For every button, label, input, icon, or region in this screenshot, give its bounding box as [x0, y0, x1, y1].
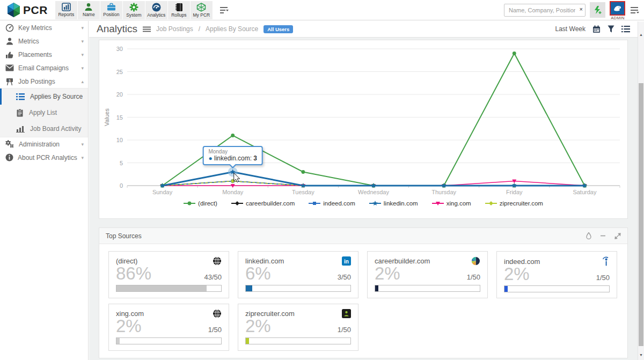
legend-item[interactable]: careerbuilder.com — [231, 200, 295, 207]
list-view-icon[interactable] — [621, 26, 630, 33]
sidebar-item-job-board-activity[interactable]: Job Board Activity — [0, 121, 88, 137]
scroll-down-icon[interactable]: ▼ — [638, 351, 644, 359]
menu-lines-icon[interactable] — [219, 6, 229, 14]
sidebar-item-label: Administration — [19, 141, 81, 148]
applies-by-source-chart[interactable]: 051015202530ValuesSundayMondayTuesdayWed… — [99, 40, 628, 199]
source-fraction: 3/50 — [338, 273, 351, 283]
sidebar-item-label: Applies By Source — [30, 93, 83, 100]
legend-item[interactable]: linkedin.com — [369, 200, 418, 207]
gauge-icon — [152, 3, 161, 12]
legend-item[interactable]: ziprecruiter.com — [485, 200, 543, 207]
nav-button-reports[interactable]: Reports — [55, 1, 77, 19]
legend-marker-icon — [432, 200, 444, 207]
nav-button-my-pcr[interactable]: My PCR — [191, 1, 213, 19]
clear-search-icon[interactable]: × — [580, 6, 583, 12]
search-input[interactable] — [504, 4, 586, 17]
chevron-down-icon: ▾ — [81, 65, 84, 71]
top-sources-grid: (direct)86%43/50linkedin.comin6%3/50care… — [99, 244, 627, 358]
chart-tooltip: Monday ● linkedin.com: 3 — [202, 146, 263, 165]
legend-marker-icon — [485, 200, 497, 207]
sidebar-item-job-postings[interactable]: $ Job Postings ▴ — [0, 75, 88, 88]
source-percent: 2% — [375, 265, 400, 283]
scrollbar-thumb[interactable] — [639, 83, 643, 346]
source-percent: 2% — [504, 265, 530, 284]
sidebar-item-label: Metrics — [18, 38, 81, 45]
lightning-plus-icon — [593, 5, 602, 14]
nav-button-rollups[interactable]: Rollups — [168, 1, 190, 19]
main-content: Analytics Job Postings / Applies By Sour… — [89, 21, 638, 360]
source-card[interactable]: careerbuilder.com2%1/50 — [367, 251, 488, 298]
pcr-hexagon-logo-icon — [6, 2, 21, 18]
svg-text:Monday: Monday — [222, 189, 244, 195]
source-fraction: 1/50 — [467, 273, 480, 283]
all-users-badge[interactable]: All Users — [264, 25, 293, 33]
source-progress-bar — [116, 285, 222, 292]
sidebar-item-administration[interactable]: Administration ▾ — [0, 137, 88, 151]
list-caret-icon[interactable] — [630, 6, 640, 14]
scroll-up-icon[interactable]: ▲ — [638, 31, 644, 39]
breadcrumb-section[interactable]: Job Postings — [156, 25, 193, 33]
collapse-icon[interactable] — [600, 233, 606, 239]
legend-item[interactable]: (direct) — [184, 200, 217, 207]
source-fraction: 1/50 — [596, 274, 610, 284]
nav-button-position[interactable]: Position — [100, 1, 122, 19]
source-fraction: 1/50 — [208, 326, 222, 336]
top-sources-header: Top Sources — [99, 228, 627, 244]
legend-marker-icon — [231, 200, 243, 207]
source-card[interactable]: linkedin.comin6%3/50 — [238, 251, 358, 298]
nav-button-label: Name — [83, 12, 95, 17]
source-card[interactable]: indeed.com2%1/50 — [496, 251, 617, 298]
admin-user-button[interactable]: ADMIN — [610, 1, 626, 19]
breadcrumb-separator: / — [199, 25, 200, 33]
book-icon — [175, 3, 183, 12]
chevron-down-icon: ▾ — [81, 142, 84, 147]
nav-button-label: Rollups — [171, 12, 186, 18]
chevron-up-icon: ▴ — [81, 79, 84, 84]
nav-button-analytics[interactable]: Analytics — [145, 1, 167, 19]
tooltip-series: linkedin.com: — [214, 155, 252, 162]
chart-panel: 051015202530ValuesSundayMondayTuesdayWed… — [99, 40, 628, 219]
filter-icon[interactable] — [608, 25, 614, 33]
legend-item[interactable]: xing.com — [432, 200, 471, 207]
legend-label: ziprecruiter.com — [500, 200, 543, 207]
source-percent: 2% — [245, 317, 271, 336]
sidebar-item-email-campaigns[interactable]: Email Campaigns ▾ — [0, 61, 88, 75]
date-range-label[interactable]: Last Week — [555, 25, 586, 33]
source-card[interactable]: (direct)86%43/50 — [108, 251, 229, 298]
nav-button-label: Position — [103, 12, 119, 17]
sidebar-item-key-metrics[interactable]: Key Metrics ▾ — [0, 21, 88, 34]
nav-button-name[interactable]: Name — [78, 1, 100, 19]
svg-text:10: 10 — [116, 137, 123, 143]
source-percent: 2% — [116, 317, 142, 336]
nav-button-label: Analytics — [147, 12, 165, 18]
svg-text:5: 5 — [120, 160, 123, 166]
source-progress-bar — [504, 285, 610, 292]
nav-button-system[interactable]: System — [123, 1, 145, 19]
sidebar-item-apply-list[interactable]: Apply List — [0, 105, 88, 121]
svg-text:Sunday: Sunday — [152, 189, 173, 195]
sidebar-item-placements[interactable]: Placements ▾ — [0, 48, 88, 61]
source-fraction: 1/50 — [338, 326, 351, 336]
legend-label: xing.com — [447, 200, 471, 207]
sidebar-nav: Key Metrics ▾ Metrics ▾ Placements ▾ Ema… — [0, 21, 89, 360]
source-card[interactable]: xing.com2%1/50 — [108, 304, 229, 351]
sidebar-item-metrics[interactable]: Metrics ▾ — [0, 34, 88, 48]
sidebar-item-label: Apply List — [29, 109, 57, 116]
quick-add-button[interactable] — [590, 2, 605, 18]
sidebar-item-applies-by-source[interactable]: Applies By Source — [0, 89, 88, 105]
legend-label: (direct) — [198, 200, 217, 207]
svg-text:0: 0 — [120, 182, 123, 189]
top-sources-panel: Top Sources (direct)86%43/50linkedin.com… — [99, 227, 628, 358]
vertical-scrollbar[interactable]: ▲ ▼ — [638, 21, 644, 360]
pcr-logo[interactable]: PCR — [6, 2, 48, 18]
legend-item[interactable]: indeed.com — [309, 200, 355, 207]
source-card[interactable]: ziprecruiter.com2%1/50 — [238, 304, 358, 351]
droplet-icon[interactable] — [586, 232, 591, 239]
bar-chart-icon — [16, 125, 25, 133]
expand-icon[interactable] — [614, 233, 621, 239]
sidebar-item-label: About PCR Analytics — [18, 154, 81, 161]
sidebar-item-about-pcr-analytics[interactable]: About PCR Analytics ▾ — [0, 151, 88, 164]
calendar-icon[interactable] — [592, 25, 601, 33]
hamburger-icon[interactable] — [143, 26, 151, 32]
source-fraction: 43/50 — [204, 273, 222, 283]
